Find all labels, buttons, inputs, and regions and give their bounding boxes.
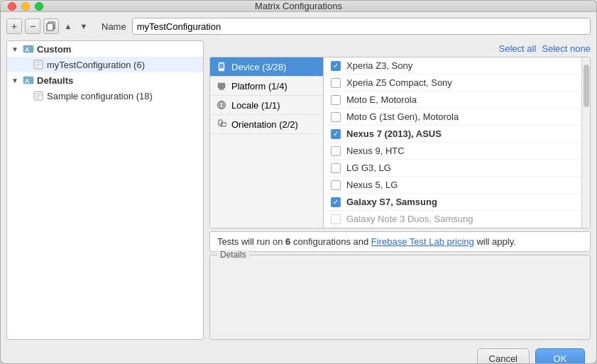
main-window: Matrix Configurations + − ▲ ▼ Name [0, 0, 597, 364]
device-name: Nexus 7 (2013), ASUS [346, 128, 442, 139]
device-checkbox[interactable] [331, 197, 341, 207]
category-list: Device (3/28) Platform (1/ [210, 57, 324, 228]
bottom-bar: Cancel OK [6, 346, 591, 364]
svg-rect-19 [219, 89, 224, 90]
scrollbar[interactable] [581, 57, 590, 228]
tree-item-defaults[interactable]: ▼ A Defaults [7, 72, 203, 88]
list-item[interactable]: Moto E, Motorola [324, 92, 581, 109]
details-label: Details [217, 250, 249, 260]
svg-point-16 [221, 70, 222, 71]
tree-item-mytest[interactable]: myTestConfiguration (6) [7, 57, 203, 72]
move-down-button[interactable]: ▼ [77, 18, 90, 34]
device-name: Nexus 5, LG [346, 180, 398, 190]
sample-label: Sample configuration (18) [47, 91, 153, 101]
info-middle: configurations and [290, 236, 371, 247]
device-name: Galaxy S7, Samsung [346, 197, 437, 207]
select-all-link[interactable]: Select all [499, 43, 537, 54]
device-checkbox[interactable] [331, 163, 341, 173]
tree-arrow-defaults: ▼ [11, 77, 20, 84]
items-list: Xperia Z3, Sony Xperia Z5 Compact, Sony … [324, 57, 581, 228]
category-orientation[interactable]: Orientation (2/2) [210, 115, 323, 134]
maximize-button[interactable] [35, 2, 43, 11]
device-name: Moto E, Motorola [346, 94, 417, 105]
platform-label: Platform (1/4) [231, 81, 287, 92]
orientation-icon [216, 118, 227, 130]
device-checkbox[interactable] [331, 180, 341, 190]
remove-button[interactable]: − [25, 18, 40, 34]
defaults-label: Defaults [37, 75, 73, 86]
ok-button[interactable]: OK [535, 348, 585, 364]
device-name: Galaxy Note 3 Duos, Samsung [346, 214, 473, 224]
svg-rect-15 [219, 64, 224, 69]
name-input[interactable] [132, 18, 591, 35]
device-name: Moto G (1st Gen), Motorola [346, 111, 459, 122]
main-area: ▼ A Custom [6, 40, 591, 340]
minimize-button[interactable] [21, 2, 30, 11]
tree-arrow-custom: ▼ [11, 45, 20, 53]
title-bar: Matrix Configurations [1, 1, 596, 12]
svg-rect-18 [219, 88, 224, 89]
device-name: Xperia Z5 Compact, Sony [346, 77, 452, 88]
close-button[interactable] [8, 2, 16, 11]
info-bar: Tests will run on 6 configurations and F… [209, 231, 591, 252]
list-item[interactable]: Moto G (1st Gen), Motorola [324, 109, 581, 126]
select-links: Select all Select none [209, 40, 591, 57]
category-platform[interactable]: Platform (1/4) [210, 77, 323, 96]
top-row: + − ▲ ▼ Name [6, 18, 591, 35]
platform-icon [216, 80, 227, 92]
list-item[interactable]: Nexus 5, LG [324, 177, 581, 194]
copy-button[interactable] [43, 18, 59, 34]
orientation-label: Orientation (2/2) [231, 119, 298, 130]
device-checkbox[interactable] [331, 112, 341, 122]
svg-text:A: A [25, 46, 30, 53]
info-prefix: Tests will run on [217, 236, 285, 247]
list-item[interactable]: LG G3, LG [324, 160, 581, 177]
name-label: Name [102, 21, 126, 32]
locale-label: Locale (1/1) [231, 100, 280, 111]
device-icon [216, 61, 227, 72]
list-item[interactable]: Galaxy S7, Samsung [324, 194, 581, 211]
svg-rect-1 [47, 23, 53, 31]
device-checkbox[interactable] [331, 78, 341, 88]
device-name: Nexus 9, HTC [346, 145, 405, 156]
tree-item-sample[interactable]: Sample configuration (18) [7, 88, 203, 104]
move-up-button[interactable]: ▲ [62, 18, 75, 34]
scrollbar-thumb [584, 65, 589, 107]
svg-rect-17 [218, 83, 225, 88]
left-panel: ▼ A Custom [6, 40, 204, 340]
select-none-link[interactable]: Select none [542, 43, 591, 54]
list-item[interactable]: Xperia Z5 Compact, Sony [324, 75, 581, 92]
device-checkbox[interactable] [331, 61, 341, 71]
content-area: + − ▲ ▼ Name ▼ [1, 12, 596, 364]
category-and-items: Device (3/28) Platform (1/ [209, 57, 591, 228]
device-checkbox[interactable] [331, 214, 341, 224]
list-item[interactable]: Nexus 9, HTC [324, 143, 581, 160]
device-checkbox[interactable] [331, 146, 341, 156]
list-item[interactable]: Xperia Z3, Sony [324, 57, 581, 75]
config-icon-sample [33, 90, 44, 101]
window-controls [8, 2, 43, 11]
cancel-button[interactable]: Cancel [477, 348, 530, 364]
tree-item-custom[interactable]: ▼ A Custom [7, 41, 203, 57]
device-label: Device (3/28) [231, 62, 286, 72]
category-locale[interactable]: Locale (1/1) [210, 96, 323, 115]
mytest-label: myTestConfiguration (6) [47, 60, 145, 70]
defaults-group-icon: A [23, 75, 34, 86]
device-name: LG G3, LG [346, 162, 391, 173]
toolbar: + − ▲ ▼ [6, 18, 90, 34]
list-item[interactable]: Nexus 7 (2013), ASUS [324, 126, 581, 143]
right-panel: Select all Select none [209, 40, 591, 340]
list-item[interactable]: Galaxy Note 3 Duos, Samsung [324, 211, 581, 228]
details-section: Details [209, 255, 591, 340]
custom-label: Custom [37, 44, 71, 55]
config-icon-mytest [33, 59, 44, 70]
info-suffix: will apply. [474, 236, 516, 247]
device-checkbox[interactable] [331, 95, 341, 105]
firebase-pricing-link[interactable]: Firebase Test Lab pricing [371, 236, 474, 247]
locale-icon [216, 99, 227, 111]
category-device[interactable]: Device (3/28) [210, 57, 323, 77]
svg-text:A: A [25, 77, 30, 84]
add-button[interactable]: + [6, 18, 22, 34]
copy-icon [46, 21, 56, 31]
device-checkbox[interactable] [331, 129, 341, 139]
